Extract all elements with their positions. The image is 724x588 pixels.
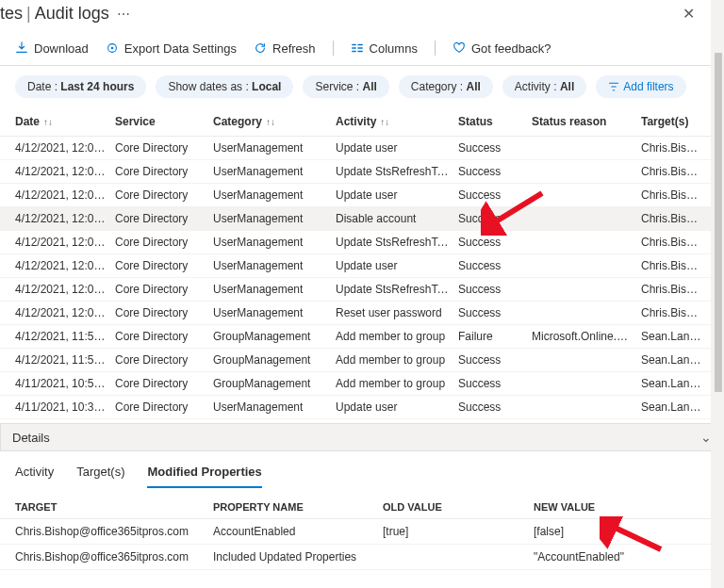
- cell-activity: Update user: [336, 141, 458, 155]
- cell-category: GroupManagement: [213, 353, 336, 367]
- table-row[interactable]: 4/12/2021, 12:01:39 ...Core DirectoryUse…: [0, 254, 724, 278]
- cell-target: Chris.Bishop@of: [641, 188, 709, 202]
- scrollbar-thumb[interactable]: [715, 53, 722, 392]
- col-date[interactable]: Date↑↓: [15, 115, 115, 128]
- props-header: TARGET PROPERTY NAME OLD VALUE NEW VALUE: [0, 488, 724, 519]
- props-cell-new: [false]: [534, 525, 709, 538]
- filter-service[interactable]: Service : All: [303, 75, 388, 98]
- cell-status: Success: [458, 236, 532, 249]
- col-status[interactable]: Status: [458, 115, 532, 128]
- tab-targets[interactable]: Target(s): [76, 465, 124, 488]
- cell-target: Sean.Landy@off: [641, 400, 709, 414]
- export-button[interactable]: Export Data Settings: [106, 41, 237, 56]
- props-row[interactable]: Chris.Bishop@office365itpros.comIncluded…: [0, 545, 724, 570]
- sort-icon: ↑↓: [266, 117, 275, 127]
- table-row[interactable]: 4/12/2021, 12:01:38 ...Core DirectoryUse…: [0, 278, 724, 302]
- filter-category[interactable]: Category : All: [399, 75, 493, 98]
- table-body: 4/12/2021, 12:04:42 ...Core DirectoryUse…: [0, 137, 724, 419]
- table-row[interactable]: 4/12/2021, 12:04:42 ...Core DirectoryUse…: [0, 160, 724, 184]
- cell-reason: [532, 212, 641, 225]
- cell-service: Core Directory: [115, 330, 213, 343]
- gear-icon: [106, 41, 119, 55]
- table-row[interactable]: 4/12/2021, 12:04:42 ...Core DirectoryUse…: [0, 207, 724, 231]
- cell-target: Chris.Bishop@of: [641, 259, 709, 272]
- cell-service: Core Directory: [115, 353, 213, 367]
- refresh-label: Refresh: [272, 41, 316, 56]
- props-cell-old: [383, 550, 534, 564]
- col-targets[interactable]: Target(s): [641, 115, 709, 128]
- cell-date: 4/12/2021, 11:57:18 ...: [15, 353, 115, 367]
- col-service[interactable]: Service: [115, 115, 213, 128]
- col-activity[interactable]: Activity↑↓: [336, 115, 458, 128]
- details-expander[interactable]: Details ⌄: [0, 423, 724, 451]
- table-row[interactable]: 4/11/2021, 10:32:23 ...Core DirectoryUse…: [0, 396, 724, 419]
- refresh-button[interactable]: Refresh: [254, 41, 316, 56]
- cell-reason: [532, 259, 641, 272]
- col-category[interactable]: Category↑↓: [213, 115, 336, 128]
- details-tabs: Activity Target(s) Modified Properties: [0, 451, 724, 488]
- cell-activity: Update StsRefreshTo...: [336, 283, 458, 296]
- tab-activity[interactable]: Activity: [15, 465, 54, 488]
- add-filters-button[interactable]: Add filters: [596, 75, 685, 98]
- columns-button[interactable]: Columns: [351, 41, 418, 56]
- breadcrumb-prefix: tes: [0, 4, 23, 24]
- download-button[interactable]: Download: [15, 41, 89, 56]
- close-icon[interactable]: ✕: [679, 5, 698, 24]
- props-cell-target: Chris.Bishop@office365itpros.com: [15, 550, 213, 564]
- page-title: Audit logs: [35, 4, 109, 24]
- cell-status: Success: [458, 188, 532, 202]
- props-row[interactable]: Chris.Bishop@office365itpros.comAccountE…: [0, 519, 724, 545]
- cell-service: Core Directory: [115, 165, 213, 178]
- cell-activity: Update user: [336, 259, 458, 272]
- cell-target: Chris.Bishop@of: [641, 141, 709, 155]
- table-row[interactable]: 4/12/2021, 11:57:22 ...Core DirectoryGro…: [0, 325, 724, 349]
- cell-status: Success: [458, 141, 532, 155]
- table-row[interactable]: 4/11/2021, 10:50:24 ...Core DirectoryGro…: [0, 372, 724, 396]
- cell-category: UserManagement: [213, 283, 336, 296]
- cell-reason: [532, 141, 641, 155]
- more-icon[interactable]: ⋯: [117, 7, 130, 22]
- props-cell-name: Included Updated Properties: [213, 550, 383, 564]
- cell-service: Core Directory: [115, 236, 213, 249]
- toolbar-separator: [435, 41, 436, 56]
- toolbar-separator: [333, 41, 334, 56]
- cell-date: 4/12/2021, 12:01:39 ...: [15, 236, 115, 249]
- download-icon: [15, 41, 28, 55]
- cell-date: 4/12/2021, 12:01:38 ...: [15, 283, 115, 296]
- cell-target: Chris.Bishop@of: [641, 283, 709, 296]
- props-col-name: PROPERTY NAME: [213, 501, 383, 513]
- cell-service: Core Directory: [115, 212, 213, 225]
- cell-reason: [532, 236, 641, 249]
- filter-activity[interactable]: Activity : All: [502, 75, 586, 98]
- cell-status: Success: [458, 400, 532, 414]
- filter-show-dates[interactable]: Show dates as : Local: [156, 75, 293, 98]
- cell-status: Success: [458, 353, 532, 367]
- scrollbar-track[interactable]: [711, 0, 724, 588]
- table-row[interactable]: 4/12/2021, 12:04:42 ...Core DirectoryUse…: [0, 137, 724, 160]
- cell-date: 4/11/2021, 10:32:23 ...: [15, 400, 115, 414]
- table-row[interactable]: 4/12/2021, 12:01:38 ...Core DirectoryUse…: [0, 302, 724, 325]
- sort-icon: ↑↓: [380, 117, 389, 127]
- props-col-new: NEW VALUE: [534, 501, 709, 513]
- filter-date[interactable]: Date : Last 24 hours: [15, 75, 146, 98]
- props-cell-new: "AccountEnabled": [534, 550, 709, 564]
- command-bar: Download Export Data Settings Refresh Co…: [0, 31, 724, 66]
- tab-modified-properties[interactable]: Modified Properties: [147, 465, 261, 488]
- table-row[interactable]: 4/12/2021, 12:04:42 ...Core DirectoryUse…: [0, 184, 724, 207]
- table-row[interactable]: 4/12/2021, 12:01:39 ...Core DirectoryUse…: [0, 231, 724, 254]
- filter-icon: [608, 81, 619, 92]
- cell-activity: Update user: [336, 400, 458, 414]
- svg-point-1: [111, 47, 114, 50]
- cell-category: UserManagement: [213, 212, 336, 225]
- add-filters-label: Add filters: [623, 80, 673, 93]
- heart-icon: [452, 41, 466, 55]
- cell-service: Core Directory: [115, 141, 213, 155]
- cell-status: Success: [458, 259, 532, 272]
- cell-date: 4/12/2021, 12:01:38 ...: [15, 306, 115, 319]
- col-status-reason[interactable]: Status reason: [532, 115, 641, 128]
- cell-reason: [532, 377, 641, 390]
- feedback-label: Got feedback?: [471, 41, 551, 56]
- cell-date: 4/12/2021, 11:57:22 ...: [15, 330, 115, 343]
- feedback-button[interactable]: Got feedback?: [452, 41, 551, 56]
- table-row[interactable]: 4/12/2021, 11:57:18 ...Core DirectoryGro…: [0, 349, 724, 372]
